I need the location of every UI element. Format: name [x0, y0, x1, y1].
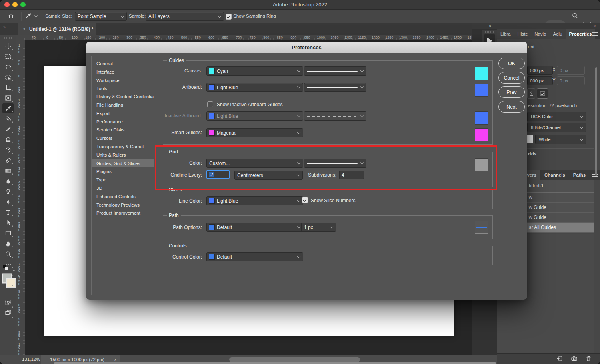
- panel-menu-icon[interactable]: [592, 32, 598, 36]
- sidebar-item-workspace[interactable]: Workspace: [92, 76, 154, 85]
- guides-legend: Guides: [167, 58, 186, 63]
- sidebar-item-units-rulers[interactable]: Units & Rulers: [92, 151, 154, 159]
- brush-tool[interactable]: [2, 124, 14, 134]
- hand-tool[interactable]: [2, 239, 14, 248]
- next-button[interactable]: Next: [498, 101, 525, 113]
- prev-button[interactable]: Prev: [498, 86, 525, 98]
- smart-guides-swatch[interactable]: [475, 129, 488, 141]
- sample-size-select[interactable]: Point Sample: [75, 12, 127, 21]
- move-tool[interactable]: [2, 41, 14, 51]
- sidebar-item-history-content-credentials[interactable]: History & Content Credentials: [92, 93, 154, 101]
- ok-button[interactable]: OK: [498, 58, 525, 69]
- crop-tool[interactable]: [2, 83, 14, 92]
- sidebar-item-general[interactable]: General: [92, 60, 154, 68]
- collapse-panels-icon[interactable]: «: [489, 24, 491, 28]
- artboard-guide-style-select[interactable]: [304, 83, 366, 92]
- clone-stamp-tool[interactable]: [2, 135, 14, 144]
- search-icon[interactable]: [572, 12, 578, 21]
- color-mode-select[interactable]: RGB Color: [527, 112, 586, 121]
- panel-scrollbar[interactable]: [595, 67, 597, 176]
- sidebar-item-file-handling[interactable]: File Handling: [92, 101, 154, 109]
- home-icon[interactable]: [8, 12, 14, 21]
- background-color-swatch[interactable]: [527, 135, 533, 143]
- sidebar-item-performance[interactable]: Performance: [92, 118, 154, 126]
- sidebar-item-3d[interactable]: 3D: [92, 184, 154, 193]
- show-slice-numbers-checkbox[interactable]: [302, 197, 308, 203]
- canvas-guide-swatch[interactable]: [475, 67, 488, 80]
- dodge-tool[interactable]: [2, 187, 14, 196]
- history-brush-tool[interactable]: [2, 145, 14, 155]
- chevron-right-icon[interactable]: ›: [114, 357, 116, 362]
- canvas-guide-color-select[interactable]: Cyan: [206, 66, 303, 76]
- camera-icon[interactable]: [571, 355, 578, 362]
- type-tool[interactable]: [2, 207, 14, 217]
- artboard-guide-color-select[interactable]: Light Blue: [206, 83, 303, 92]
- doc-width-field[interactable]: 500 px: [527, 66, 553, 75]
- tab-properties[interactable]: Properties: [566, 29, 596, 39]
- path-options-select[interactable]: Default: [206, 223, 303, 232]
- bit-depth-select[interactable]: 8 Bits/Channel: [527, 123, 586, 132]
- doc-y-field[interactable]: 0 px: [557, 76, 585, 85]
- show-inactive-artboard-guides-checkbox[interactable]: [207, 101, 213, 107]
- tab-channels[interactable]: Channels: [540, 170, 569, 180]
- eyedropper-tool[interactable]: [2, 103, 14, 113]
- artboard-guide-swatch[interactable]: [475, 84, 488, 96]
- inactive-artboard-swatch[interactable]: [475, 112, 488, 124]
- tab-histc[interactable]: Histc: [514, 29, 532, 39]
- background-color-select[interactable]: White: [535, 135, 586, 144]
- path-selection-tool[interactable]: [2, 218, 14, 227]
- zoom-tool[interactable]: [2, 249, 14, 259]
- trash-icon[interactable]: [585, 355, 592, 362]
- toolbar-collapse-icon[interactable]: »: [3, 25, 5, 30]
- vertical-ruler[interactable]: 1005005010015020025030035040045050055060…: [16, 40, 25, 355]
- tab-adju[interactable]: Adju: [550, 29, 566, 39]
- sidebar-item-product-improvement[interactable]: Product Improvement: [92, 209, 154, 217]
- shape-tool[interactable]: [2, 228, 14, 238]
- toolbar-grip[interactable]: [4, 37, 12, 39]
- grid-color-select[interactable]: Custom...: [206, 159, 303, 168]
- sidebar-item-transparency-gamut[interactable]: Transparency & Gamut: [92, 143, 154, 151]
- screen-mode-icon[interactable]: [2, 306, 14, 319]
- grid-style-select[interactable]: [304, 159, 366, 168]
- tab-navig[interactable]: Navig: [531, 29, 550, 39]
- marquee-tool[interactable]: [2, 52, 14, 61]
- foreground-background-swatches[interactable]: [2, 274, 14, 287]
- chevron-down-icon[interactable]: [34, 14, 38, 17]
- gridline-every-input[interactable]: 2: [206, 170, 230, 179]
- canvas-guide-style-select[interactable]: [304, 66, 366, 76]
- doc-x-field[interactable]: 0 px: [557, 66, 585, 75]
- path-width-select[interactable]: 1 px: [301, 223, 336, 232]
- document-tab[interactable]: × Untitled-1 @ 131% (RGB/8) *: [18, 23, 96, 35]
- frame-tool[interactable]: [2, 93, 14, 103]
- eyedropper-icon[interactable]: [25, 12, 32, 21]
- tab-paths[interactable]: Paths: [569, 170, 590, 180]
- cancel-button[interactable]: Cancel: [498, 72, 525, 84]
- new-snapshot-doc-icon[interactable]: [556, 355, 563, 362]
- slice-line-color-select[interactable]: Light Blue: [206, 196, 303, 205]
- close-icon[interactable]: ×: [23, 26, 26, 32]
- zoom-level[interactable]: 131,12%: [22, 357, 40, 362]
- object-selection-tool[interactable]: [2, 72, 14, 82]
- healing-brush-tool[interactable]: [2, 114, 14, 123]
- portrait-orientation-icon[interactable]: [527, 88, 535, 99]
- lasso-tool[interactable]: [2, 62, 14, 72]
- eraser-tool[interactable]: [2, 155, 14, 165]
- horizontal-scrollbar[interactable]: [229, 357, 360, 362]
- landscape-orientation-icon[interactable]: [537, 88, 548, 99]
- grid-color-value: Custom...: [209, 161, 230, 166]
- blur-tool[interactable]: [2, 176, 14, 186]
- tab-libra[interactable]: Libra: [497, 29, 514, 39]
- subdivisions-input[interactable]: 4: [339, 171, 364, 179]
- sample-select[interactable]: All Layers: [146, 12, 224, 21]
- grid-color-swatch[interactable]: [475, 159, 488, 171]
- doc-height-field[interactable]: 000 px: [527, 76, 553, 85]
- gradient-tool[interactable]: [2, 166, 14, 175]
- sidebar-item-cursors[interactable]: Cursors: [92, 134, 154, 143]
- panel-grip[interactable]: [485, 31, 494, 33]
- pen-tool[interactable]: [2, 197, 14, 207]
- smart-guides-color-select[interactable]: Magenta: [206, 128, 303, 137]
- control-color-select[interactable]: Default: [206, 252, 303, 261]
- horizontal-ruler[interactable]: 5005010015020025030035040045050055060065…: [16, 35, 474, 40]
- show-sampling-ring-checkbox[interactable]: [226, 14, 232, 20]
- expand-panels-icon[interactable]: »: [594, 24, 596, 28]
